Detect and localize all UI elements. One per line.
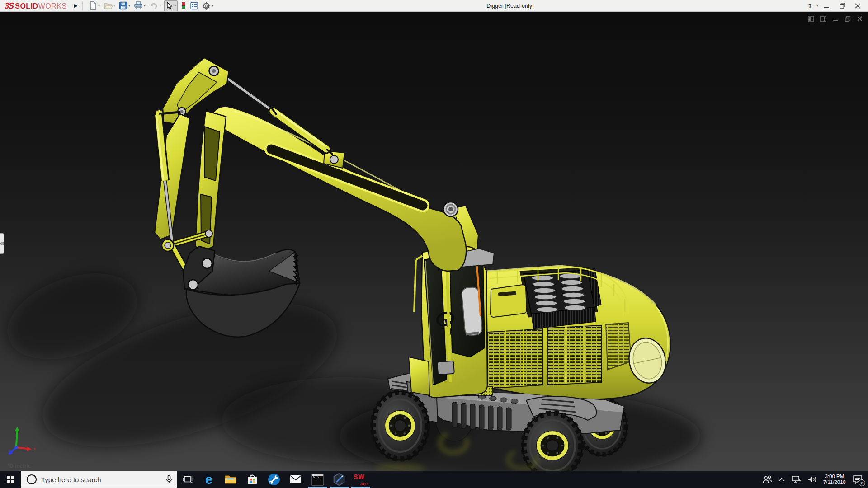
print-button[interactable]: ▾ (133, 1, 146, 10)
wheel-front-left[interactable] (372, 391, 428, 460)
grille-rear (548, 325, 601, 385)
minimize-button[interactable] (820, 1, 834, 11)
taskbar-search[interactable] (21, 471, 177, 488)
boom-arm-assembly[interactable] (155, 58, 466, 337)
restore-icon (840, 3, 845, 9)
taskbar-app-file-explorer[interactable] (220, 471, 241, 488)
orientation-triad: x (8, 427, 36, 455)
feature-manager-flyout-tab[interactable] (0, 233, 4, 254)
store-icon (246, 474, 258, 485)
clock[interactable]: 3:00 PM 7/11/2018 (820, 471, 849, 488)
taskbar-app-edge[interactable]: e (198, 471, 220, 488)
tray-overflow-button[interactable] (775, 471, 788, 488)
command-prompt-icon: C:\_ (311, 474, 324, 486)
print-icon (134, 1, 143, 10)
toolbar-separator (82, 1, 83, 10)
wheel-rear-right[interactable] (523, 412, 582, 471)
wrench-circle-icon (268, 473, 280, 486)
solidworks-logo-mark-icon: 3S (4, 1, 14, 11)
open-button[interactable]: ▾ (103, 1, 116, 10)
help-button[interactable]: ? (806, 2, 814, 9)
excavator-body[interactable] (486, 266, 670, 399)
menu-flyout-arrow-icon[interactable]: ▶ (71, 2, 80, 9)
windows-logo-icon (7, 476, 14, 483)
window-controls: ? ▾ (806, 1, 868, 11)
desktop: 3S SOLIDWORKS ▶ ▾ ▾ ▾ ▾ ▾ (0, 0, 868, 488)
select-tool-button[interactable]: ▾ (164, 0, 178, 11)
quick-access-toolbar: ▾ ▾ ▾ ▾ ▾ ▾ (88, 0, 214, 11)
sw-icon-text: SW (354, 473, 365, 480)
taskbar-app-solidworks[interactable]: SW 2017 (350, 471, 372, 488)
document-window-icon-2[interactable] (820, 15, 827, 23)
document-window-icon[interactable] (807, 15, 815, 23)
cortana-icon (27, 474, 37, 484)
select-cursor-icon (166, 2, 173, 10)
solidworks-logo: 3S SOLIDWORKS (0, 1, 67, 11)
task-view-button[interactable] (177, 471, 198, 488)
close-button[interactable] (851, 1, 864, 11)
excavator-3d-model[interactable]: x (0, 12, 868, 471)
options-dropdown-caret[interactable]: ▾ (212, 4, 213, 8)
action-center-button[interactable]: 2 (849, 471, 866, 488)
select-dropdown-caret[interactable]: ▾ (174, 4, 176, 8)
brand-text-solid: SOLID (15, 2, 38, 10)
tray-time: 3:00 PM (823, 474, 846, 479)
door-panel-patch (437, 361, 454, 375)
child-minimize-button[interactable] (832, 15, 839, 23)
people-icon (762, 475, 772, 483)
system-tray: 3:00 PM 7/11/2018 2 (759, 471, 868, 488)
file-properties-button[interactable] (189, 1, 199, 10)
undo-button[interactable]: ▾ (149, 1, 161, 10)
rebuild-traffic-light-icon (181, 1, 186, 10)
network-icon (791, 475, 801, 483)
speaker-icon (807, 475, 816, 483)
document-window-controls (807, 15, 863, 23)
titlebar: 3S SOLIDWORKS ▶ ▾ ▾ ▾ ▾ ▾ (0, 0, 868, 12)
viewport-3d-canvas[interactable]: x *Dimetric (0, 12, 868, 471)
hexagon-app-icon (333, 473, 345, 486)
restore-button[interactable] (835, 1, 849, 11)
new-dropdown-caret[interactable]: ▾ (98, 4, 100, 8)
sw-icon-year: 2017 (360, 482, 368, 486)
close-icon (855, 3, 860, 9)
new-document-button[interactable]: ▾ (88, 1, 100, 10)
undo-icon (149, 2, 158, 10)
network-button[interactable] (788, 471, 804, 488)
options-button[interactable]: ▾ (202, 1, 214, 10)
notification-badge: 2 (859, 479, 865, 486)
child-restore-button[interactable] (844, 15, 851, 23)
taskbar-app-mail[interactable] (285, 471, 307, 488)
new-document-icon (89, 1, 97, 10)
people-button[interactable] (759, 471, 775, 488)
save-dropdown-caret[interactable]: ▾ (128, 4, 130, 8)
open-dropdown-caret[interactable]: ▾ (113, 4, 115, 8)
open-icon (104, 1, 113, 10)
options-gear-icon (202, 1, 211, 10)
view-orientation-label: *Dimetric (7, 463, 31, 469)
volume-button[interactable] (804, 471, 820, 488)
taskbar-app-viewer[interactable] (328, 471, 350, 488)
start-button[interactable] (0, 471, 21, 488)
undo-dropdown-caret[interactable]: ▾ (159, 4, 161, 8)
engine-block (524, 268, 601, 329)
child-close-button[interactable] (856, 15, 863, 23)
task-view-icon (183, 475, 193, 483)
minimize-icon (824, 3, 830, 9)
axis-x-label: x (33, 446, 36, 451)
search-input[interactable] (41, 476, 161, 483)
save-button[interactable]: ▾ (118, 1, 131, 10)
help-dropdown-caret[interactable]: ▾ (816, 4, 818, 8)
brand-text-works: WORKS (38, 2, 67, 10)
hood-panel (491, 285, 527, 317)
taskbar-app-support[interactable] (263, 471, 285, 488)
handrail (414, 260, 416, 312)
save-icon (119, 1, 127, 10)
print-dropdown-caret[interactable]: ▾ (144, 4, 146, 8)
microphone-icon[interactable] (166, 475, 172, 484)
file-properties-icon (190, 2, 198, 10)
taskbar-app-store[interactable] (241, 471, 263, 488)
taskbar-app-cmd[interactable]: C:\_ (307, 471, 328, 488)
solidworks-2017-icon: SW 2017 (354, 473, 368, 486)
document-title: Digger [Read-only] (214, 3, 806, 9)
rebuild-button[interactable] (180, 1, 187, 10)
